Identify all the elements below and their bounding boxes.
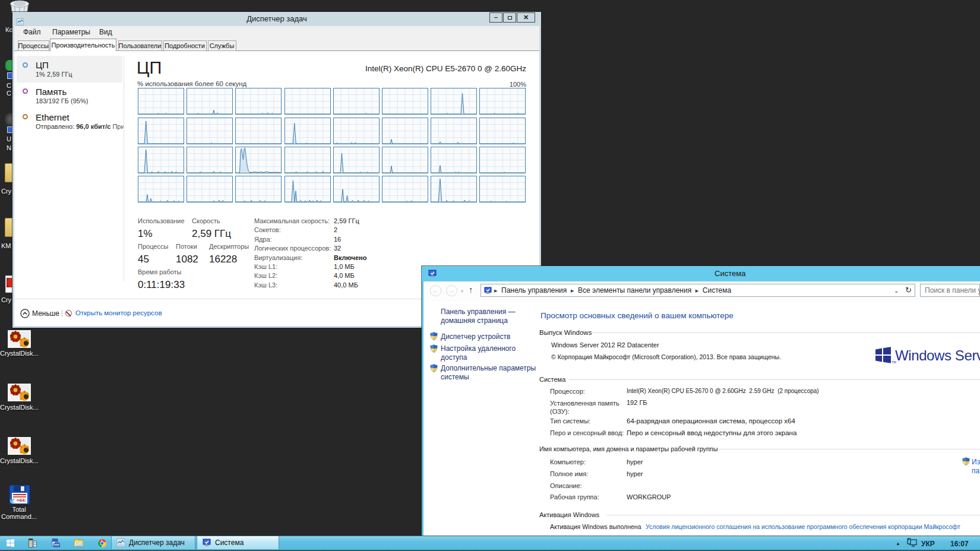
svg-text:TM: TM: [892, 360, 896, 364]
svg-text:Windows Server: Windows Server: [895, 347, 980, 363]
svg-text:=64:: =64:: [17, 498, 26, 503]
